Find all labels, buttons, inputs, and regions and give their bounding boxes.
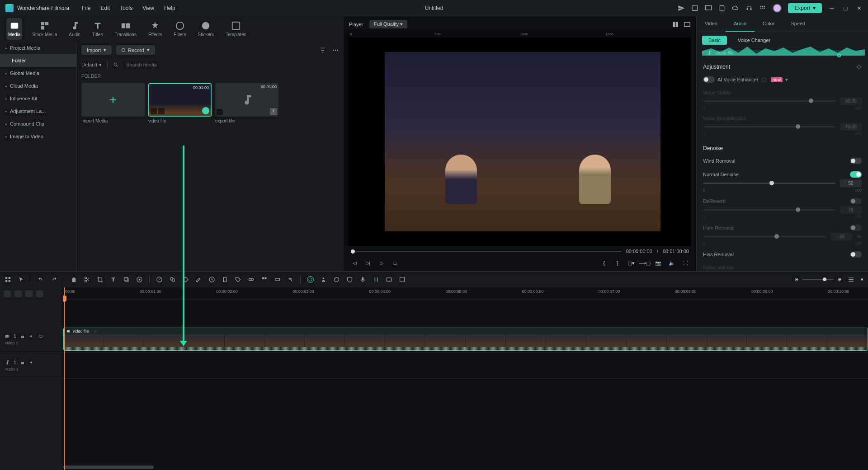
timeline-options[interactable] <box>0 287 63 300</box>
tab-templates[interactable]: Templates <box>224 18 248 40</box>
slider-voice-clarity[interactable] <box>703 100 835 102</box>
render-icon[interactable] <box>399 276 406 283</box>
fullscreen-button[interactable]: ⛶ <box>682 259 689 267</box>
track-opt-3[interactable] <box>25 290 33 297</box>
prop-tab-audio[interactable]: Audio <box>726 16 755 32</box>
window-minimize[interactable]: ─ <box>828 5 835 12</box>
speed-icon[interactable] <box>156 276 163 283</box>
play-button[interactable]: ▷ <box>378 259 385 267</box>
color-icon[interactable] <box>169 276 176 283</box>
text-icon[interactable] <box>110 276 117 283</box>
slider-hum-removal[interactable] <box>703 236 826 237</box>
preview-canvas[interactable] <box>354 38 691 246</box>
track-opt-2[interactable] <box>14 290 22 297</box>
visibility-icon[interactable] <box>38 334 43 339</box>
media-thumb-export-file[interactable]: 00:01:00 + export file <box>215 83 278 123</box>
sidebar-item-project-media[interactable]: ▸Project Media <box>0 42 76 54</box>
headset-icon[interactable] <box>745 5 753 12</box>
user-avatar[interactable] <box>773 4 782 13</box>
track-opt-4[interactable] <box>36 290 43 297</box>
library-icon[interactable] <box>691 5 698 12</box>
subtab-basic[interactable]: Basic <box>702 36 727 45</box>
apps-icon[interactable] <box>759 5 766 12</box>
lock-icon[interactable] <box>20 360 25 365</box>
track-head-audio-1[interactable]: 1 Audio 1 <box>0 352 63 379</box>
grid-icon[interactable] <box>5 276 11 283</box>
display-icon[interactable] <box>705 5 712 12</box>
tab-audio[interactable]: Audio <box>67 18 82 40</box>
layout-icon[interactable] <box>672 21 679 28</box>
unlink-icon[interactable] <box>287 276 294 283</box>
timeline-playhead[interactable] <box>64 287 65 470</box>
play-backward-button[interactable]: ▷| <box>364 259 372 267</box>
toggle-hiss-removal[interactable] <box>850 251 862 258</box>
import-button[interactable]: Import▾ <box>81 45 112 55</box>
save-icon[interactable] <box>718 5 726 12</box>
ai-tool-icon[interactable] <box>136 276 143 283</box>
sidebar-item-influence-kit[interactable]: ▸Influence Kit <box>0 92 76 105</box>
cursor-icon[interactable] <box>18 276 24 283</box>
record-button[interactable]: Record▾ <box>116 45 155 55</box>
marker-tool-icon[interactable] <box>222 276 228 283</box>
zoom-in-button[interactable]: ⊕ <box>837 277 841 282</box>
prop-tab-color[interactable]: Color <box>755 16 783 32</box>
undo-icon[interactable] <box>38 276 44 283</box>
snapshot-button[interactable]: 📷 <box>655 259 662 267</box>
add-to-timeline-button[interactable]: + <box>270 108 277 115</box>
mark-in-button[interactable]: { <box>600 259 608 267</box>
slider-normal-denoise[interactable] <box>703 183 835 184</box>
toggle-ai-voice-enhancer[interactable] <box>703 76 715 83</box>
sort-dropdown[interactable]: Default ▾ <box>81 62 102 68</box>
display-out-button[interactable]: ⟶▢ <box>641 259 648 267</box>
track-head-video-1[interactable]: 1 Video 1 <box>0 326 63 352</box>
auto-reframe-icon[interactable] <box>307 276 314 283</box>
toggle-hum-removal[interactable] <box>850 225 862 231</box>
sidebar-item-folder[interactable]: Folder <box>0 54 76 67</box>
menu-help[interactable]: Help <box>164 5 175 11</box>
extract-icon[interactable] <box>386 276 392 283</box>
lock-icon[interactable] <box>20 334 25 339</box>
mute-icon[interactable] <box>29 360 34 365</box>
clip-mode-button[interactable]: ▢▾ <box>627 259 635 267</box>
keyframe-icon[interactable] <box>856 64 862 70</box>
delete-icon[interactable] <box>71 276 77 283</box>
export-button[interactable]: Export▾ <box>788 3 822 13</box>
timeline-scrollbar[interactable] <box>63 465 154 469</box>
media-thumb-video-file[interactable]: 00:01:00 video file <box>148 83 212 123</box>
sidebar-item-cloud-media[interactable]: ▸Cloud Media <box>0 80 76 92</box>
copy-icon[interactable] <box>123 276 130 283</box>
window-maximize[interactable]: ▢ <box>842 5 849 12</box>
shield-icon[interactable] <box>346 276 353 283</box>
prev-frame-button[interactable]: ◁ <box>351 259 358 267</box>
more-icon[interactable] <box>332 47 339 54</box>
menu-view[interactable]: View <box>142 5 154 11</box>
mark-out-button[interactable]: } <box>614 259 621 267</box>
tab-effects[interactable]: Effects <box>146 18 164 40</box>
mic-icon[interactable] <box>359 276 366 283</box>
sidebar-item-compound-clip[interactable]: ▸Compound Clip <box>0 118 76 130</box>
sidebar-item-adjustment-layer[interactable]: ▸Adjustment La... <box>0 105 76 118</box>
group-icon[interactable] <box>248 276 255 283</box>
mixer-icon[interactable] <box>373 276 379 283</box>
import-media-tile[interactable]: + Import Media <box>81 83 145 123</box>
list-view-icon[interactable] <box>848 276 854 283</box>
tab-stock-media[interactable]: Stock Media <box>30 18 59 40</box>
crop-icon[interactable] <box>97 276 104 283</box>
menu-file[interactable]: File <box>82 5 90 11</box>
menu-tools[interactable]: Tools <box>120 5 132 11</box>
filter-icon[interactable] <box>319 47 326 54</box>
volume-button[interactable]: 🔈 <box>668 259 675 267</box>
circle-tool-icon[interactable] <box>333 276 340 283</box>
slider-dereverb[interactable] <box>703 209 835 211</box>
audio-waveform-strip[interactable]: video file <box>702 50 863 56</box>
more-timeline-icon[interactable]: ▾ <box>861 277 863 282</box>
chevron-down-icon[interactable]: ▾ <box>785 77 788 83</box>
window-close[interactable]: ✕ <box>855 5 863 12</box>
zoom-slider[interactable] <box>802 279 834 280</box>
quality-dropdown[interactable]: Full Quality ▾ <box>369 20 407 28</box>
clock-icon[interactable] <box>208 276 215 283</box>
tab-transitions[interactable]: Transitions <box>113 18 138 40</box>
slider-voice-beautification[interactable] <box>703 126 835 127</box>
track-opt-1[interactable] <box>4 290 11 297</box>
prop-tab-video[interactable]: Video <box>697 16 726 32</box>
